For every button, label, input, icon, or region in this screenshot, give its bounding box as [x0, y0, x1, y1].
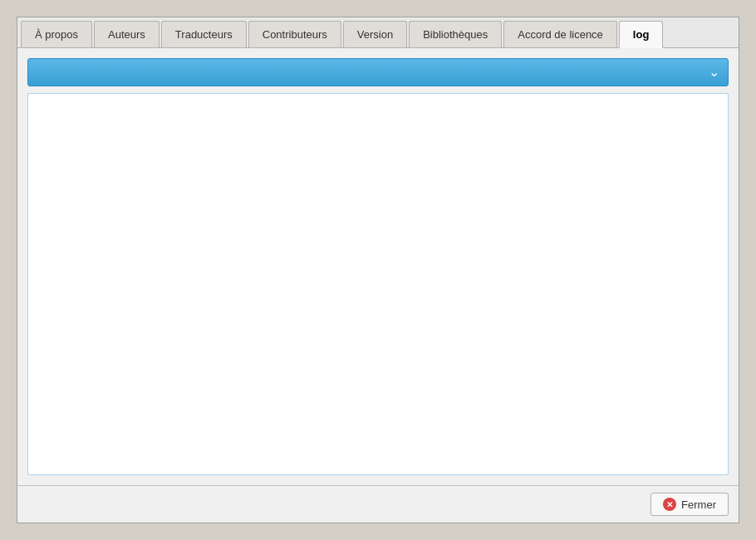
tab-contributeurs[interactable]: Contributeurs — [248, 21, 341, 47]
close-icon: ✕ — [663, 498, 676, 511]
close-button[interactable]: ✕ Fermer — [650, 493, 729, 516]
tab-auteurs[interactable]: Auteurs — [94, 21, 160, 47]
tab-bar: À propos Auteurs Traducteurs Contributeu… — [17, 17, 739, 48]
tab-apropos[interactable]: À propos — [21, 21, 92, 47]
tab-bibliotheques[interactable]: Bibliothèques — [409, 21, 502, 47]
content-area: ⌄ — [17, 48, 739, 485]
tab-version[interactable]: Version — [343, 21, 407, 47]
dialog: À propos Auteurs Traducteurs Contributeu… — [17, 17, 739, 523]
chevron-down-icon: ⌄ — [709, 66, 719, 79]
tab-accord-de-licence[interactable]: Accord de licence — [503, 21, 617, 47]
close-label: Fermer — [681, 498, 716, 511]
tab-log[interactable]: log — [619, 21, 664, 48]
footer: ✕ Fermer — [17, 485, 739, 523]
log-content-box — [27, 93, 729, 475]
tab-traducteurs[interactable]: Traducteurs — [161, 21, 247, 47]
log-dropdown-bar[interactable]: ⌄ — [27, 58, 729, 86]
